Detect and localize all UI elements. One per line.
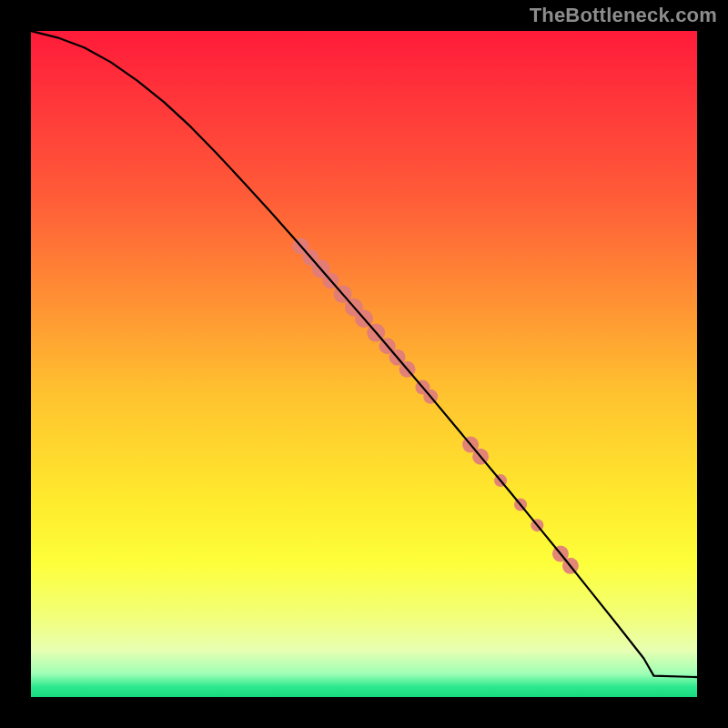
- plot-background: [31, 31, 697, 697]
- watermark-label: TheBottleneck.com: [530, 4, 717, 27]
- bottleneck-chart: [0, 0, 728, 728]
- chart-stage: TheBottleneck.com: [0, 0, 728, 728]
